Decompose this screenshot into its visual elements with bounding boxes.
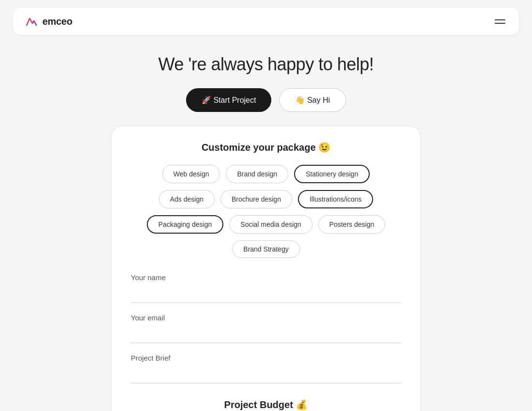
- package-card: Customize your package 😉 Web design Bran…: [111, 126, 421, 411]
- brief-label: Project Brief: [131, 354, 401, 362]
- tag-packaging-design[interactable]: Packaging design: [147, 215, 224, 234]
- tag-ads-design[interactable]: Ads design: [159, 190, 215, 208]
- cta-row: 🚀 Start Project 👋 Say Hi: [186, 88, 346, 112]
- tag-stationery-design[interactable]: Stationery design: [294, 165, 370, 183]
- budget-title: Project Budget 💰: [131, 399, 401, 411]
- name-label: Your name: [131, 273, 401, 282]
- name-input[interactable]: [131, 285, 401, 303]
- tags-row-2: Ads design Brochure design Illustrations…: [159, 190, 374, 208]
- name-field: Your name: [131, 273, 401, 303]
- tag-brochure-design[interactable]: Brochure design: [220, 190, 292, 208]
- tags-row-1: Web design Brand design Stationery desig…: [162, 165, 370, 183]
- tags-row-3: Packaging design Social media design Pos…: [147, 215, 385, 234]
- package-title: Customize your package 😉: [131, 142, 401, 153]
- tag-brand-strategy[interactable]: Brand Strategy: [232, 240, 299, 258]
- brief-field: Project Brief: [131, 354, 401, 383]
- email-input[interactable]: [131, 326, 401, 343]
- hamburger-icon[interactable]: [493, 17, 507, 26]
- email-field: Your email: [131, 314, 401, 343]
- logo-text: emceo: [42, 16, 72, 27]
- logo-icon: [25, 15, 38, 28]
- tag-brand-design[interactable]: Brand design: [226, 165, 288, 183]
- tag-social-media-design[interactable]: Social media design: [229, 215, 312, 234]
- tag-web-design[interactable]: Web design: [162, 165, 220, 183]
- budget-section: Project Budget 💰: [131, 399, 401, 411]
- say-hi-button[interactable]: 👋 Say Hi: [279, 88, 346, 112]
- hero-heading: We 're always happy to help!: [158, 54, 374, 75]
- tags-section: Web design Brand design Stationery desig…: [131, 165, 401, 258]
- brief-input[interactable]: [131, 366, 401, 383]
- tags-row-4: Brand Strategy: [232, 240, 299, 258]
- navbar: emceo: [13, 8, 518, 35]
- start-project-button[interactable]: 🚀 Start Project: [186, 88, 271, 112]
- tag-posters-design[interactable]: Posters design: [318, 215, 386, 234]
- logo-area: emceo: [25, 15, 72, 28]
- email-label: Your email: [131, 314, 401, 322]
- tag-illustrations-icons[interactable]: Illustrations/icons: [298, 190, 373, 208]
